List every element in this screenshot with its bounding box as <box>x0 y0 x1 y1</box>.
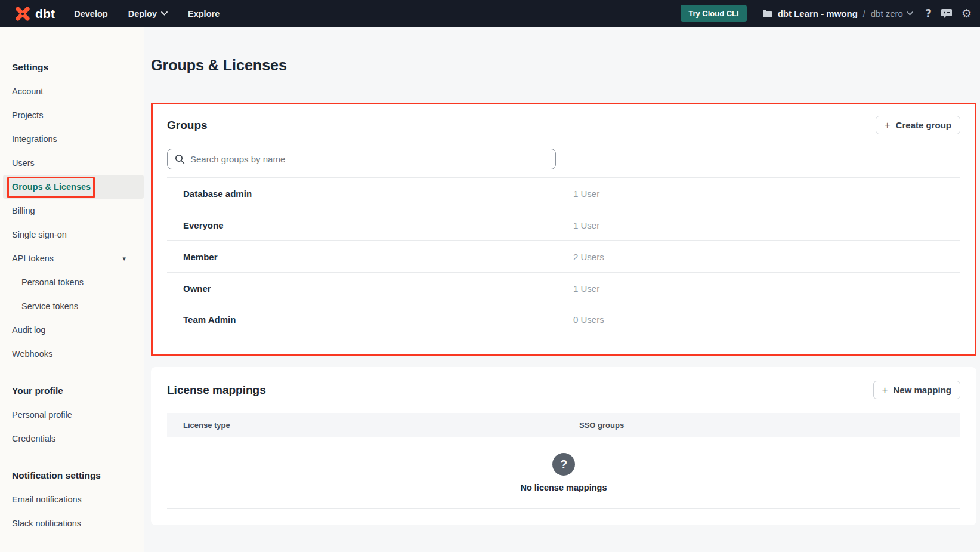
sidebar-item-groups-licenses[interactable]: Groups & Licenses <box>3 175 144 199</box>
create-group-button[interactable]: + Create group <box>876 116 960 134</box>
group-user-count: 0 Users <box>573 314 604 325</box>
groups-card: Groups + Create group Database admin 1 U… <box>151 103 976 356</box>
breadcrumb-account: dbt Learn - mwong <box>778 8 858 18</box>
group-name: Member <box>183 252 218 262</box>
navbar-utility-icons: ? ⚙ <box>925 8 972 19</box>
sidebar-heading-your-profile: Your profile <box>0 379 144 403</box>
group-row-database-admin[interactable]: Database admin 1 User <box>167 177 960 209</box>
nav-deploy[interactable]: Deploy <box>128 9 168 18</box>
dbt-cloud-app: dbt Develop Deploy Explore Try Cloud CLI… <box>0 0 980 552</box>
try-cloud-cli-button[interactable]: Try Cloud CLI <box>681 5 747 22</box>
main-content: Groups & Licenses Groups + Create group … <box>144 27 980 552</box>
group-name: Everyone <box>183 220 224 230</box>
sidebar-item-personal-tokens[interactable]: Personal tokens <box>0 270 144 294</box>
folder-icon <box>762 10 772 18</box>
new-mapping-button[interactable]: + New mapping <box>873 381 960 399</box>
group-search-input[interactable] <box>190 154 548 164</box>
sidebar-item-integrations[interactable]: Integrations <box>0 127 144 151</box>
feedback-icon[interactable] <box>941 8 953 19</box>
dbt-logo-icon <box>14 5 31 22</box>
group-name: Team Admin <box>183 314 236 325</box>
sidebar-item-single-sign-on[interactable]: Single sign-on <box>0 223 144 246</box>
group-name: Database admin <box>183 189 252 199</box>
empty-state-text: No license mappings <box>520 483 607 492</box>
sidebar-item-webhooks[interactable]: Webhooks <box>0 342 144 366</box>
license-empty-state: ? No license mappings <box>167 437 960 509</box>
caret-down-icon: ▾ <box>122 255 126 263</box>
sidebar-item-credentials[interactable]: Credentials <box>0 427 144 451</box>
primary-nav: Develop Deploy Explore <box>74 9 220 18</box>
sidebar-item-email-notifications[interactable]: Email notifications <box>0 488 144 511</box>
dbt-logo-text: dbt <box>35 7 55 21</box>
question-mark-icon: ? <box>552 453 575 476</box>
sidebar-item-service-tokens[interactable]: Service tokens <box>0 294 144 318</box>
breadcrumb-separator: / <box>863 9 865 18</box>
settings-sidebar: Settings Account Projects Integrations U… <box>0 27 144 552</box>
license-table-header: License type SSO groups <box>167 413 960 437</box>
breadcrumb-project[interactable]: dbt zero <box>871 8 913 18</box>
nav-develop[interactable]: Develop <box>74 9 107 18</box>
sidebar-item-personal-profile[interactable]: Personal profile <box>0 403 144 427</box>
gear-icon[interactable]: ⚙ <box>962 8 972 19</box>
sidebar-item-projects[interactable]: Projects <box>0 103 144 127</box>
group-row-owner[interactable]: Owner 1 User <box>167 272 960 304</box>
license-mappings-card: License mappings + New mapping License t… <box>151 367 976 525</box>
sidebar-item-billing[interactable]: Billing <box>0 199 144 223</box>
group-search-box <box>167 149 556 169</box>
group-list: Database admin 1 User Everyone 1 User Me… <box>167 177 960 335</box>
sidebar-heading-notification-settings: Notification settings <box>0 464 144 488</box>
license-mappings-heading: License mappings <box>167 384 266 397</box>
groups-heading: Groups <box>167 119 208 132</box>
search-icon <box>175 154 185 164</box>
group-row-everyone[interactable]: Everyone 1 User <box>167 209 960 240</box>
sidebar-heading-settings: Settings <box>0 55 144 79</box>
plus-icon: + <box>882 385 888 395</box>
group-row-member[interactable]: Member 2 Users <box>167 240 960 272</box>
sidebar-item-users[interactable]: Users <box>0 151 144 175</box>
group-user-count: 1 User <box>573 283 599 294</box>
sidebar-item-account[interactable]: Account <box>0 79 144 103</box>
column-sso-groups: SSO groups <box>579 421 624 430</box>
chevron-down-icon <box>161 11 168 16</box>
nav-explore[interactable]: Explore <box>188 9 220 18</box>
page-title: Groups & Licenses <box>151 57 287 74</box>
dbt-logo[interactable]: dbt <box>14 5 55 22</box>
group-name: Owner <box>183 283 211 294</box>
group-user-count: 1 User <box>573 189 599 199</box>
column-license-type: License type <box>183 421 230 430</box>
group-user-count: 1 User <box>573 220 599 230</box>
help-icon[interactable]: ? <box>925 8 932 19</box>
group-row-team-admin[interactable]: Team Admin 0 Users <box>167 304 960 335</box>
chevron-down-icon <box>907 11 913 16</box>
group-user-count: 2 Users <box>573 252 604 262</box>
top-navbar: dbt Develop Deploy Explore Try Cloud CLI… <box>0 0 980 27</box>
sidebar-item-audit-log[interactable]: Audit log <box>0 318 144 342</box>
plus-icon: + <box>885 120 891 130</box>
breadcrumb[interactable]: dbt Learn - mwong / dbt zero <box>762 8 913 18</box>
sidebar-item-slack-notifications[interactable]: Slack notifications <box>0 511 144 535</box>
sidebar-item-api-tokens[interactable]: API tokens ▾ <box>0 246 144 270</box>
